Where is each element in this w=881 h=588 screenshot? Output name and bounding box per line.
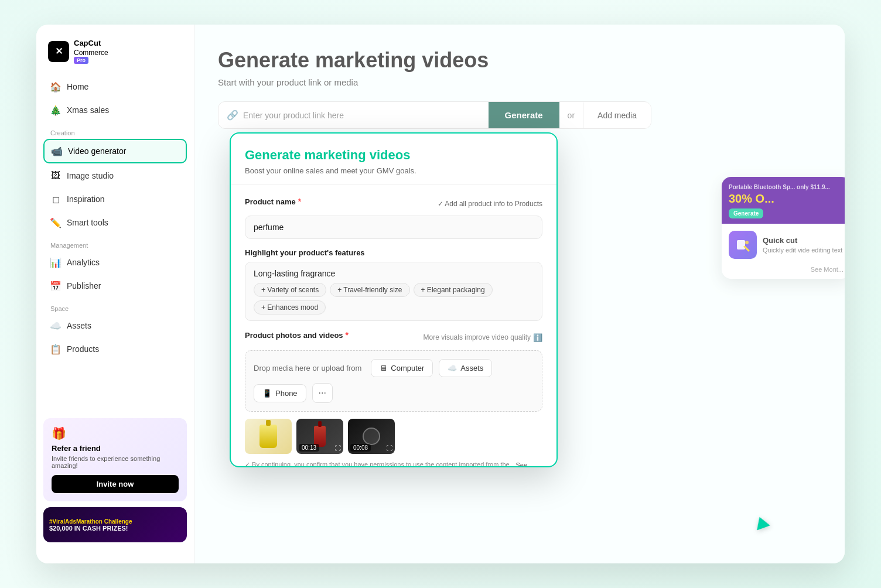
product-name-label: Product name * [245, 197, 301, 206]
sidebar-item-analytics[interactable]: 📊 Analytics [43, 251, 187, 274]
features-label: Highlight your product's features [245, 248, 542, 257]
logo-text: CapCutCommerce [74, 39, 108, 57]
sidebar-item-inspiration-label: Inspiration [67, 194, 105, 204]
product-name-input[interactable] [245, 216, 542, 239]
analytics-icon: 📊 [50, 257, 61, 268]
thumbnail-1[interactable]: 00:13 ⛶ [296, 419, 343, 454]
sidebar-item-image-studio[interactable]: 🖼 Image studio [43, 165, 187, 187]
thumb-icon-2: ⛶ [386, 445, 392, 452]
pro-badge: Pro [74, 57, 88, 64]
promo-banner[interactable]: #ViralAdsMarathon Challenge $20,000 IN C… [43, 507, 187, 542]
space-section-label: Space [43, 298, 187, 314]
computer-icon: 🖥 [380, 364, 387, 372]
media-label: Product photos and videos * [245, 330, 349, 340]
features-text: Long-lasting fragrance [254, 269, 534, 278]
modal-subtitle: Boost your online sales and meet your GM… [245, 166, 542, 175]
sidebar-item-products[interactable]: 📋 Products [43, 338, 187, 360]
modal-overlay: Generate marketing videos Boost your onl… [194, 25, 845, 563]
sidebar-item-home-label: Home [67, 82, 88, 91]
media-quality-note: More visuals improve video quality ℹ️ [424, 333, 542, 342]
creation-section-label: Creation [43, 122, 187, 139]
image-studio-icon: 🖼 [50, 170, 61, 181]
sidebar-item-inspiration[interactable]: ◻ Inspiration [43, 188, 187, 210]
sidebar-item-analytics-label: Analytics [67, 258, 100, 267]
feature-tags: + Variety of scents + Travel-friendly si… [254, 283, 534, 314]
modal-header: Generate marketing videos Boost your onl… [231, 134, 556, 185]
refer-title: Refer a friend [52, 444, 179, 453]
feature-tag-3[interactable]: + Enhances mood [254, 300, 326, 314]
upload-area[interactable]: Drop media here or upload from 🖥 Compute… [245, 350, 542, 412]
sidebar-item-video-generator-label: Video generator [68, 146, 126, 156]
sidebar-bottom: 🎁 Refer a friend Invite friends to exper… [36, 411, 194, 549]
upload-assets-btn[interactable]: ☁️ Assets [439, 359, 492, 377]
sidebar-item-home[interactable]: 🏠 Home [43, 76, 187, 98]
upload-computer-btn[interactable]: 🖥 Computer [371, 359, 433, 377]
inspiration-icon: ◻ [50, 194, 61, 204]
promo-hashtag: #ViralAdsMarathon Challenge [49, 518, 132, 525]
sidebar-item-assets-label: Assets [67, 321, 91, 330]
refer-desc: Invite friends to experience something a… [52, 455, 179, 469]
sidebar-item-publisher[interactable]: 📅 Publisher [43, 275, 187, 297]
feature-tag-1[interactable]: + Travel-friendly size [330, 283, 409, 297]
upload-phone-btn[interactable]: 📱 Phone [254, 384, 306, 402]
upload-row: Drop media here or upload from 🖥 Compute… [254, 359, 534, 403]
products-icon: 📋 [50, 344, 61, 354]
product-name-row: Product name * ✓ Add all product info to… [245, 197, 542, 211]
assets-icon: ☁️ [50, 320, 61, 331]
invite-button[interactable]: Invite now [52, 475, 179, 493]
see-more-link[interactable]: See more [515, 461, 542, 467]
thumb-label-1: 00:13 [299, 444, 319, 452]
publisher-icon: 📅 [50, 281, 61, 291]
main-content: Generate marketing videos Start with you… [194, 25, 845, 563]
upload-more-btn[interactable]: ··· [312, 383, 333, 403]
thumbnail-2[interactable]: 00:08 ⛶ [348, 419, 395, 454]
smart-tools-icon: ✏️ [50, 217, 61, 228]
thumbnail-0[interactable] [245, 419, 292, 454]
sidebar-item-xmas-label: Xmas sales [67, 105, 109, 115]
home-icon: 🏠 [50, 81, 61, 92]
modal-title: Generate marketing videos [245, 148, 542, 163]
sidebar-item-smart-tools[interactable]: ✏️ Smart tools [43, 211, 187, 234]
refer-card: 🎁 Refer a friend Invite friends to exper… [43, 418, 187, 501]
feature-tag-0[interactable]: + Variety of scents [254, 283, 326, 297]
thumb-icon-1: ⛶ [334, 445, 341, 452]
sidebar-nav: 🏠 Home 🎄 Xmas sales Creation 📹 Video gen… [36, 76, 194, 411]
sidebar-item-products-label: Products [67, 344, 99, 354]
phone-icon: 📱 [262, 389, 272, 398]
xmas-icon: 🎄 [50, 105, 61, 115]
promo-prize: $20,000 IN CASH PRIZES! [49, 525, 132, 532]
management-section-label: Management [43, 235, 187, 251]
features-wrap: Long-lasting fragrance + Variety of scen… [245, 262, 542, 321]
media-section: Product photos and videos * More visuals… [245, 330, 542, 344]
sidebar-item-smart-tools-label: Smart tools [67, 218, 108, 227]
perfume-shape [259, 425, 277, 448]
upload-text: Drop media here or upload from [254, 364, 361, 372]
sidebar-item-xmas[interactable]: 🎄 Xmas sales [43, 99, 187, 121]
sidebar-item-assets[interactable]: ☁️ Assets [43, 314, 187, 337]
sidebar-item-image-studio-label: Image studio [67, 171, 114, 180]
add-products-link[interactable]: ✓ Add all product info to Products [438, 200, 542, 208]
sidebar-item-video-generator[interactable]: 📹 Video generator [43, 139, 187, 163]
video-generator-icon: 📹 [52, 146, 62, 156]
logo-icon: ✕ [48, 41, 69, 62]
refer-icon: 🎁 [52, 426, 179, 440]
media-thumbnails: 00:13 ⛶ 00:08 ⛶ [245, 419, 542, 454]
generate-modal: Generate marketing videos Boost your onl… [230, 132, 558, 467]
logo-sub: Pro [74, 57, 108, 64]
feature-tag-2[interactable]: + Elegant packaging [414, 283, 493, 297]
modal-body: Product name * ✓ Add all product info to… [231, 185, 556, 466]
logo: ✕ CapCutCommerce Pro [36, 39, 194, 76]
sidebar-item-publisher-label: Publisher [67, 281, 101, 290]
thumb-label-2: 00:08 [350, 444, 371, 452]
disclaimer: ✓ By continuing, you confirm that you ha… [245, 461, 542, 466]
assets-upload-icon: ☁️ [448, 364, 457, 372]
sidebar: ✕ CapCutCommerce Pro 🏠 Home 🎄 Xmas sales… [36, 25, 194, 563]
